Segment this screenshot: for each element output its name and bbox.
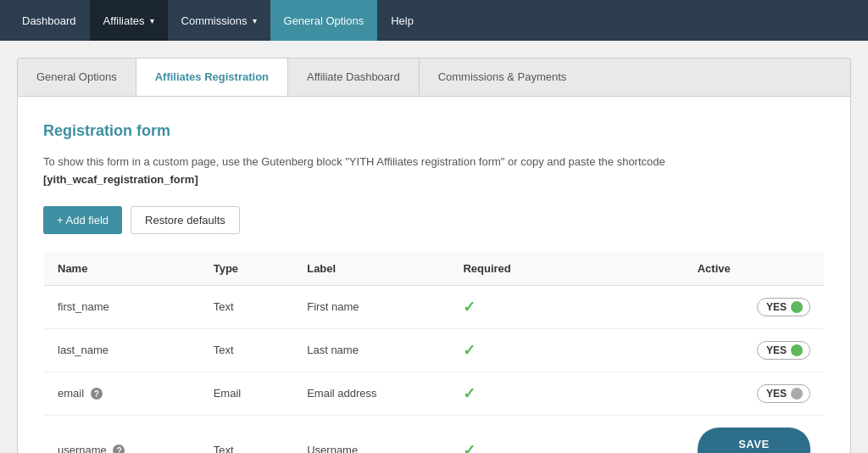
checkmark-icon: ✓ bbox=[463, 299, 476, 316]
field-active-username: SAVE OPTIONS bbox=[684, 415, 825, 453]
top-navigation: Dashboard Affiliates ▾ Commissions ▾ Gen… bbox=[0, 0, 868, 41]
nav-help[interactable]: Help bbox=[377, 0, 427, 41]
field-required-first-name: ✓ bbox=[449, 285, 683, 328]
tab-affiliate-dashboard[interactable]: Affiliate Dashboard bbox=[288, 59, 420, 96]
shortcode: [yith_wcaf_registration_form] bbox=[43, 173, 198, 186]
field-type-email: Email bbox=[200, 372, 294, 415]
commissions-dropdown-icon: ▾ bbox=[253, 16, 257, 25]
save-options-button[interactable]: SAVE OPTIONS bbox=[698, 428, 810, 453]
tab-bar: General Options Affiliates Registration … bbox=[17, 58, 851, 96]
nav-general-options[interactable]: General Options bbox=[270, 0, 378, 41]
field-name-email: email ? bbox=[44, 372, 200, 415]
checkmark-icon: ✓ bbox=[463, 342, 476, 359]
table-row: last_name Text Last name ✓ YES bbox=[44, 328, 825, 372]
content-area: Registration form To show this form in a… bbox=[17, 96, 851, 453]
nav-commissions[interactable]: Commissions ▾ bbox=[168, 0, 270, 41]
table-row: email ? Email Email address ✓ YES bbox=[44, 372, 825, 415]
col-header-required: Required bbox=[449, 251, 683, 285]
toggle-yes-last-name[interactable]: YES bbox=[757, 341, 810, 360]
field-type-username: Text bbox=[200, 415, 294, 453]
field-name-first-name: first_name bbox=[44, 285, 200, 328]
field-name-last-name: last_name bbox=[44, 328, 200, 372]
table-row: username ? Text Username ✓ SAVE OPTIONS bbox=[44, 415, 825, 453]
col-header-type: Type bbox=[200, 251, 294, 285]
toggle-yes-email[interactable]: YES bbox=[757, 384, 810, 403]
help-icon[interactable]: ? bbox=[91, 388, 103, 400]
nav-affiliates[interactable]: Affiliates ▾ bbox=[90, 0, 168, 41]
toggle-yes-first-name[interactable]: YES bbox=[757, 298, 810, 316]
toggle-dot-icon bbox=[791, 344, 803, 356]
field-label-username: Username bbox=[293, 415, 449, 453]
field-name-username: username ? bbox=[44, 415, 200, 453]
section-title: Registration form bbox=[43, 122, 825, 140]
field-required-last-name: ✓ bbox=[449, 328, 683, 372]
help-icon[interactable]: ? bbox=[113, 445, 125, 453]
add-field-button[interactable]: + Add field bbox=[43, 206, 122, 234]
field-required-username: ✓ bbox=[449, 415, 683, 453]
action-buttons: + Add field Restore defaults bbox=[43, 206, 825, 234]
field-active-email: YES bbox=[684, 372, 825, 415]
col-header-label: Label bbox=[293, 251, 449, 285]
field-active-last-name: YES bbox=[684, 328, 825, 372]
nav-dashboard[interactable]: Dashboard bbox=[8, 0, 90, 41]
field-type-last-name: Text bbox=[200, 328, 294, 372]
field-required-email: ✓ bbox=[449, 372, 683, 415]
checkmark-icon: ✓ bbox=[463, 442, 476, 453]
field-label-email: Email address bbox=[293, 372, 449, 415]
tab-commissions-payments[interactable]: Commissions & Payments bbox=[420, 59, 586, 96]
field-type-first-name: Text bbox=[200, 285, 294, 328]
affiliates-dropdown-icon: ▾ bbox=[150, 16, 154, 25]
fields-table: Name Type Label Required Active first_na… bbox=[43, 251, 825, 453]
toggle-dot-icon bbox=[791, 388, 803, 400]
checkmark-icon: ✓ bbox=[463, 385, 476, 402]
col-header-active: Active bbox=[684, 251, 825, 285]
tab-general-options[interactable]: General Options bbox=[18, 59, 136, 96]
tab-affiliates-registration[interactable]: Affiliates Registration bbox=[136, 59, 288, 96]
col-header-name: Name bbox=[44, 251, 200, 285]
field-label-last-name: Last name bbox=[293, 328, 449, 372]
table-row: first_name Text First name ✓ YES bbox=[44, 285, 825, 328]
page-container: General Options Affiliates Registration … bbox=[0, 41, 868, 453]
section-description: To show this form in a custom page, use … bbox=[43, 154, 825, 189]
field-label-first-name: First name bbox=[293, 285, 449, 328]
toggle-dot-icon bbox=[791, 301, 803, 313]
restore-defaults-button[interactable]: Restore defaults bbox=[131, 206, 240, 234]
field-active-first-name: YES bbox=[684, 285, 825, 328]
